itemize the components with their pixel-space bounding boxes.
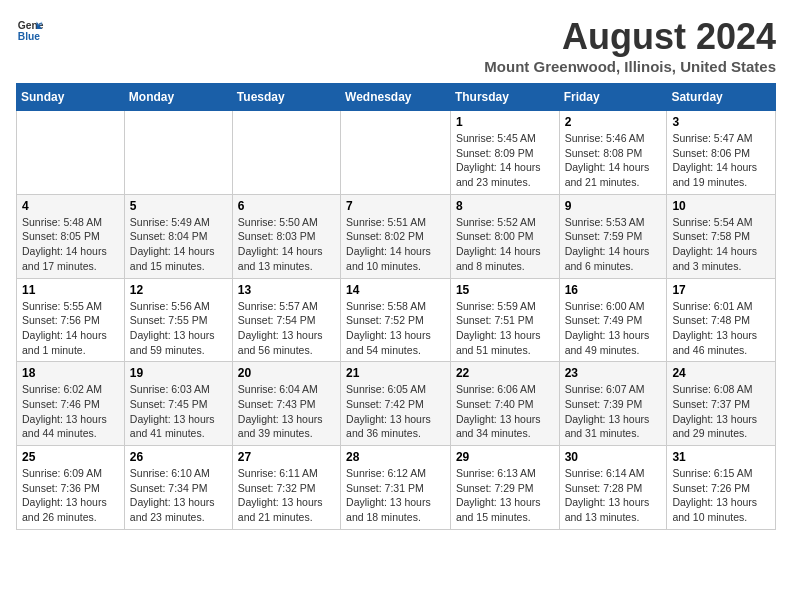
day-number: 21 [346, 366, 445, 380]
day-info: Sunrise: 5:50 AMSunset: 8:03 PMDaylight:… [238, 215, 335, 274]
day-info: Sunrise: 5:48 AMSunset: 8:05 PMDaylight:… [22, 215, 119, 274]
day-info: Sunrise: 6:03 AMSunset: 7:45 PMDaylight:… [130, 382, 227, 441]
day-number: 24 [672, 366, 770, 380]
calendar-day-cell: 30Sunrise: 6:14 AMSunset: 7:28 PMDayligh… [559, 446, 667, 530]
day-number: 6 [238, 199, 335, 213]
day-number: 1 [456, 115, 554, 129]
day-number: 19 [130, 366, 227, 380]
day-number: 5 [130, 199, 227, 213]
calendar-day-cell [17, 111, 125, 195]
calendar-day-cell: 22Sunrise: 6:06 AMSunset: 7:40 PMDayligh… [450, 362, 559, 446]
day-info: Sunrise: 5:53 AMSunset: 7:59 PMDaylight:… [565, 215, 662, 274]
calendar-day-cell: 7Sunrise: 5:51 AMSunset: 8:02 PMDaylight… [341, 194, 451, 278]
calendar-day-cell: 23Sunrise: 6:07 AMSunset: 7:39 PMDayligh… [559, 362, 667, 446]
day-number: 23 [565, 366, 662, 380]
day-number: 31 [672, 450, 770, 464]
weekday-header: Monday [124, 84, 232, 111]
day-number: 18 [22, 366, 119, 380]
calendar-week-row: 11Sunrise: 5:55 AMSunset: 7:56 PMDayligh… [17, 278, 776, 362]
day-info: Sunrise: 5:47 AMSunset: 8:06 PMDaylight:… [672, 131, 770, 190]
title-section: August 2024 Mount Greenwood, Illinois, U… [484, 16, 776, 75]
calendar-day-cell: 1Sunrise: 5:45 AMSunset: 8:09 PMDaylight… [450, 111, 559, 195]
calendar-day-cell: 13Sunrise: 5:57 AMSunset: 7:54 PMDayligh… [232, 278, 340, 362]
page-header: General Blue August 2024 Mount Greenwood… [16, 16, 776, 75]
calendar-day-cell: 4Sunrise: 5:48 AMSunset: 8:05 PMDaylight… [17, 194, 125, 278]
calendar-day-cell: 17Sunrise: 6:01 AMSunset: 7:48 PMDayligh… [667, 278, 776, 362]
calendar-day-cell: 16Sunrise: 6:00 AMSunset: 7:49 PMDayligh… [559, 278, 667, 362]
calendar-day-cell: 25Sunrise: 6:09 AMSunset: 7:36 PMDayligh… [17, 446, 125, 530]
day-number: 3 [672, 115, 770, 129]
calendar-week-row: 18Sunrise: 6:02 AMSunset: 7:46 PMDayligh… [17, 362, 776, 446]
logo: General Blue [16, 16, 44, 44]
day-info: Sunrise: 6:00 AMSunset: 7:49 PMDaylight:… [565, 299, 662, 358]
day-info: Sunrise: 5:57 AMSunset: 7:54 PMDaylight:… [238, 299, 335, 358]
day-number: 20 [238, 366, 335, 380]
day-number: 13 [238, 283, 335, 297]
calendar-day-cell: 9Sunrise: 5:53 AMSunset: 7:59 PMDaylight… [559, 194, 667, 278]
day-info: Sunrise: 5:52 AMSunset: 8:00 PMDaylight:… [456, 215, 554, 274]
day-number: 8 [456, 199, 554, 213]
day-number: 14 [346, 283, 445, 297]
day-number: 17 [672, 283, 770, 297]
day-info: Sunrise: 6:14 AMSunset: 7:28 PMDaylight:… [565, 466, 662, 525]
calendar-day-cell [124, 111, 232, 195]
calendar-day-cell: 6Sunrise: 5:50 AMSunset: 8:03 PMDaylight… [232, 194, 340, 278]
calendar-day-cell: 21Sunrise: 6:05 AMSunset: 7:42 PMDayligh… [341, 362, 451, 446]
day-number: 11 [22, 283, 119, 297]
calendar-day-cell: 24Sunrise: 6:08 AMSunset: 7:37 PMDayligh… [667, 362, 776, 446]
svg-text:Blue: Blue [18, 31, 41, 42]
weekday-header: Wednesday [341, 84, 451, 111]
weekday-header-row: SundayMondayTuesdayWednesdayThursdayFrid… [17, 84, 776, 111]
calendar-day-cell: 15Sunrise: 5:59 AMSunset: 7:51 PMDayligh… [450, 278, 559, 362]
calendar-day-cell: 26Sunrise: 6:10 AMSunset: 7:34 PMDayligh… [124, 446, 232, 530]
weekday-header: Tuesday [232, 84, 340, 111]
day-number: 16 [565, 283, 662, 297]
calendar-week-row: 25Sunrise: 6:09 AMSunset: 7:36 PMDayligh… [17, 446, 776, 530]
day-info: Sunrise: 6:04 AMSunset: 7:43 PMDaylight:… [238, 382, 335, 441]
day-info: Sunrise: 6:05 AMSunset: 7:42 PMDaylight:… [346, 382, 445, 441]
day-info: Sunrise: 5:56 AMSunset: 7:55 PMDaylight:… [130, 299, 227, 358]
calendar-day-cell: 8Sunrise: 5:52 AMSunset: 8:00 PMDaylight… [450, 194, 559, 278]
day-info: Sunrise: 5:59 AMSunset: 7:51 PMDaylight:… [456, 299, 554, 358]
day-info: Sunrise: 5:46 AMSunset: 8:08 PMDaylight:… [565, 131, 662, 190]
calendar-day-cell: 27Sunrise: 6:11 AMSunset: 7:32 PMDayligh… [232, 446, 340, 530]
day-number: 9 [565, 199, 662, 213]
weekday-header: Saturday [667, 84, 776, 111]
calendar-subtitle: Mount Greenwood, Illinois, United States [484, 58, 776, 75]
day-number: 10 [672, 199, 770, 213]
calendar-day-cell: 11Sunrise: 5:55 AMSunset: 7:56 PMDayligh… [17, 278, 125, 362]
weekday-header: Friday [559, 84, 667, 111]
day-info: Sunrise: 6:12 AMSunset: 7:31 PMDaylight:… [346, 466, 445, 525]
calendar-day-cell: 14Sunrise: 5:58 AMSunset: 7:52 PMDayligh… [341, 278, 451, 362]
day-info: Sunrise: 6:01 AMSunset: 7:48 PMDaylight:… [672, 299, 770, 358]
calendar-day-cell: 19Sunrise: 6:03 AMSunset: 7:45 PMDayligh… [124, 362, 232, 446]
day-info: Sunrise: 5:58 AMSunset: 7:52 PMDaylight:… [346, 299, 445, 358]
day-number: 29 [456, 450, 554, 464]
day-info: Sunrise: 6:06 AMSunset: 7:40 PMDaylight:… [456, 382, 554, 441]
day-info: Sunrise: 6:15 AMSunset: 7:26 PMDaylight:… [672, 466, 770, 525]
calendar-day-cell: 5Sunrise: 5:49 AMSunset: 8:04 PMDaylight… [124, 194, 232, 278]
calendar-week-row: 1Sunrise: 5:45 AMSunset: 8:09 PMDaylight… [17, 111, 776, 195]
day-number: 30 [565, 450, 662, 464]
svg-text:General: General [18, 20, 44, 31]
day-info: Sunrise: 6:08 AMSunset: 7:37 PMDaylight:… [672, 382, 770, 441]
day-number: 28 [346, 450, 445, 464]
calendar-day-cell: 3Sunrise: 5:47 AMSunset: 8:06 PMDaylight… [667, 111, 776, 195]
day-info: Sunrise: 6:11 AMSunset: 7:32 PMDaylight:… [238, 466, 335, 525]
calendar-day-cell: 28Sunrise: 6:12 AMSunset: 7:31 PMDayligh… [341, 446, 451, 530]
day-info: Sunrise: 5:51 AMSunset: 8:02 PMDaylight:… [346, 215, 445, 274]
day-number: 7 [346, 199, 445, 213]
calendar-day-cell: 12Sunrise: 5:56 AMSunset: 7:55 PMDayligh… [124, 278, 232, 362]
calendar-day-cell: 29Sunrise: 6:13 AMSunset: 7:29 PMDayligh… [450, 446, 559, 530]
day-info: Sunrise: 6:07 AMSunset: 7:39 PMDaylight:… [565, 382, 662, 441]
day-number: 2 [565, 115, 662, 129]
calendar-day-cell: 31Sunrise: 6:15 AMSunset: 7:26 PMDayligh… [667, 446, 776, 530]
weekday-header: Thursday [450, 84, 559, 111]
calendar-week-row: 4Sunrise: 5:48 AMSunset: 8:05 PMDaylight… [17, 194, 776, 278]
day-number: 22 [456, 366, 554, 380]
weekday-header: Sunday [17, 84, 125, 111]
calendar-day-cell [232, 111, 340, 195]
day-info: Sunrise: 6:02 AMSunset: 7:46 PMDaylight:… [22, 382, 119, 441]
day-number: 12 [130, 283, 227, 297]
calendar-day-cell [341, 111, 451, 195]
